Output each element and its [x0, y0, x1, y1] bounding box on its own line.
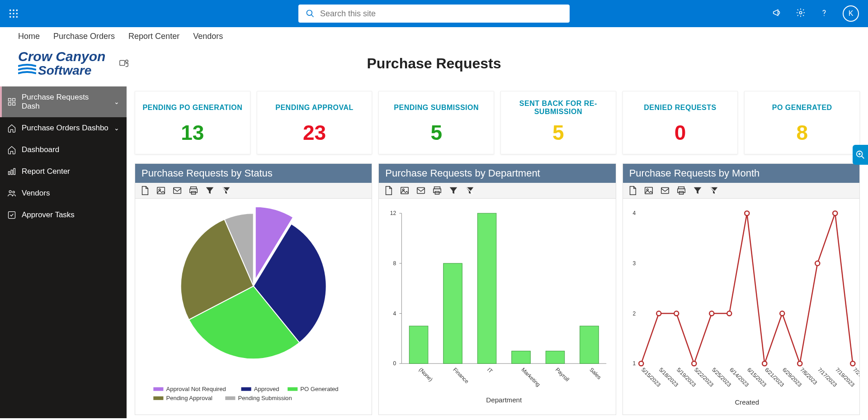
- nav-vendors[interactable]: Vendors: [193, 32, 223, 41]
- clear-filter-icon[interactable]: [709, 186, 719, 196]
- user-avatar[interactable]: K: [843, 5, 859, 22]
- kpi-title: PENDING APPROVAL: [261, 98, 368, 118]
- svg-rect-36: [288, 387, 297, 391]
- svg-rect-44: [417, 188, 425, 194]
- app-launcher-icon[interactable]: [0, 0, 27, 27]
- search-box-container: [298, 5, 570, 23]
- mail-icon[interactable]: [660, 186, 670, 196]
- kpi-card[interactable]: PENDING APPROVAL 23: [257, 91, 373, 154]
- svg-point-105: [833, 211, 837, 215]
- sidebar-item-dashboard[interactable]: Dashboard: [0, 139, 127, 161]
- print-icon[interactable]: [676, 186, 686, 196]
- avatar-initial: K: [849, 10, 854, 18]
- panel-dept: Purchase Requests by Department 04812(No…: [378, 163, 616, 415]
- filter-icon[interactable]: [448, 186, 458, 196]
- sidebar-item-vendors[interactable]: Vendors: [0, 182, 127, 204]
- wave-icon: [18, 63, 36, 77]
- sidebar-item-purchase-requests-dash[interactable]: Purchase Requests Dash ⌄: [0, 86, 127, 117]
- sidebar-item-report-center[interactable]: Report Center: [0, 161, 127, 182]
- svg-rect-16: [13, 99, 15, 101]
- logo: Crow Canyon Software: [18, 50, 105, 77]
- kpi-card[interactable]: PO GENERATED 8: [744, 91, 860, 154]
- clear-filter-icon[interactable]: [221, 186, 231, 196]
- line-chart: 12345/15/20235/18/20235/19/20235/22/2023…: [623, 199, 859, 415]
- people-icon: [7, 189, 16, 198]
- filter-icon[interactable]: [693, 186, 703, 196]
- svg-point-85: [656, 311, 661, 316]
- nav-report-center[interactable]: Report Center: [128, 32, 179, 41]
- kpi-card[interactable]: PENDING SUBMISSION 5: [378, 91, 494, 154]
- chevron-down-icon: ⌄: [114, 124, 119, 132]
- panel-row: Purchase Requests by Status Approval Not…: [135, 163, 860, 415]
- filter-icon[interactable]: [205, 186, 215, 196]
- svg-point-8: [16, 16, 18, 18]
- home-icon: [7, 145, 16, 154]
- mail-icon[interactable]: [416, 186, 426, 196]
- help-icon[interactable]: [819, 8, 829, 19]
- svg-text:4: 4: [393, 310, 396, 317]
- clear-filter-icon[interactable]: [465, 186, 475, 196]
- svg-rect-65: [512, 351, 531, 364]
- home-icon: [7, 124, 16, 133]
- search-input[interactable]: [320, 9, 562, 19]
- nav-purchase-orders[interactable]: Purchase Orders: [53, 32, 115, 41]
- svg-rect-34: [241, 387, 251, 391]
- mail-icon[interactable]: [172, 186, 182, 196]
- megaphone-icon[interactable]: [772, 8, 782, 19]
- search-icon: [306, 9, 315, 18]
- report-icon: [7, 167, 16, 176]
- panel-title: Purchase Requests by Status: [135, 164, 372, 183]
- pdf-icon[interactable]: [627, 186, 637, 196]
- search-box[interactable]: [298, 5, 570, 23]
- logo-line1: Crow Canyon: [18, 50, 105, 63]
- pdf-icon[interactable]: [383, 186, 393, 196]
- sidebar-item-label: Vendors: [22, 189, 50, 198]
- kpi-card[interactable]: SENT BACK FOR RE-SUBMISSION 5: [500, 91, 616, 154]
- panel-month: Purchase Requests by Month 12345/15/2023…: [623, 163, 860, 415]
- sidebar-item-approver-tasks[interactable]: Approver Tasks: [0, 204, 127, 226]
- logo-line2: Software: [18, 63, 105, 77]
- panel-toolbar: [135, 183, 372, 199]
- print-icon[interactable]: [432, 186, 442, 196]
- svg-rect-25: [157, 187, 165, 194]
- kpi-card[interactable]: PENDING PO GENERATION 13: [135, 91, 250, 154]
- feedback-tab[interactable]: [853, 145, 868, 165]
- print-icon[interactable]: [189, 186, 198, 196]
- svg-point-89: [692, 361, 696, 366]
- kpi-value: 5: [505, 120, 612, 145]
- magnify-icon: [855, 150, 865, 160]
- chevron-down-icon: ⌄: [114, 98, 119, 105]
- kpi-value: 13: [139, 120, 246, 145]
- image-icon[interactable]: [400, 186, 410, 196]
- image-icon[interactable]: [644, 186, 654, 196]
- svg-rect-46: [434, 189, 441, 192]
- chart-dept-body: 04812(None)FinanceITMarketingPayrollSale…: [379, 199, 615, 415]
- svg-point-22: [9, 191, 11, 193]
- kpi-value: 8: [748, 120, 856, 145]
- gear-icon[interactable]: [796, 8, 806, 19]
- svg-text:2: 2: [632, 310, 636, 317]
- image-icon[interactable]: [156, 186, 166, 196]
- svg-rect-74: [661, 188, 669, 194]
- pdf-icon[interactable]: [140, 186, 150, 196]
- panel-toolbar: [623, 183, 859, 199]
- svg-rect-76: [677, 189, 685, 192]
- kpi-title: PO GENERATED: [748, 98, 856, 118]
- kpi-value: 23: [261, 120, 368, 145]
- svg-rect-24: [9, 212, 15, 219]
- sidebar-item-purchase-orders-dashbo[interactable]: Purchase Orders Dashbo ⌄: [0, 117, 127, 139]
- suite-header: K: [0, 0, 868, 27]
- nav-home[interactable]: Home: [18, 32, 40, 41]
- svg-rect-63: [478, 213, 497, 363]
- teams-icon[interactable]: [119, 58, 129, 70]
- svg-text:Department: Department: [486, 396, 523, 404]
- svg-rect-69: [580, 326, 599, 363]
- svg-text:Pending Submission: Pending Submission: [238, 395, 292, 401]
- pie-chart: Approval Not RequiredApprovedPO Generate…: [135, 199, 372, 415]
- kpi-card[interactable]: DENIED REQUESTS 0: [623, 91, 738, 154]
- svg-point-3: [9, 13, 11, 14]
- kpi-row: PENDING PO GENERATION 13PENDING APPROVAL…: [135, 91, 860, 154]
- kpi-value: 0: [627, 120, 734, 145]
- svg-point-83: [639, 361, 643, 366]
- svg-point-99: [780, 311, 784, 316]
